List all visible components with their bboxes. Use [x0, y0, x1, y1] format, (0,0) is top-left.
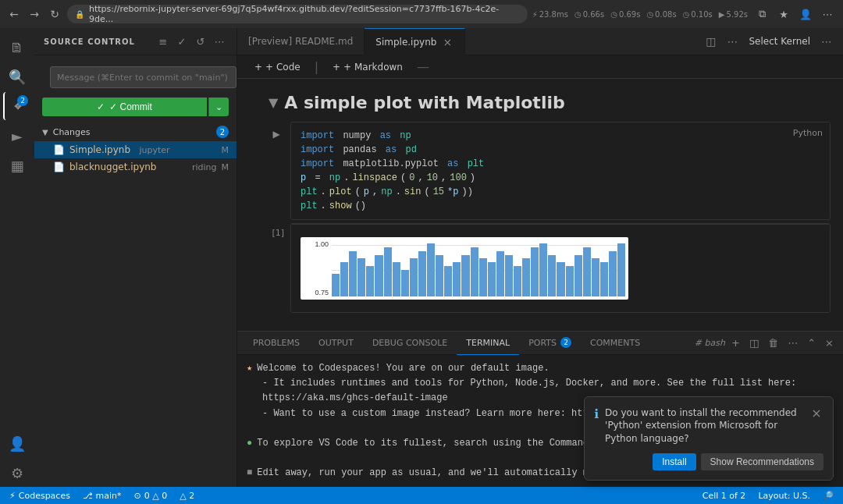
more-options-icon[interactable]: ⋯	[212, 34, 227, 49]
notif-actions: Install Show Recommendations	[594, 453, 823, 470]
extensions-icon[interactable]: ⧉	[752, 5, 771, 23]
status-bar: ⚡ Codespaces ⎇ main* ⊙ 0 △ 0 △ 2 Cell 1 …	[0, 487, 843, 504]
file-icon: 📄	[53, 144, 65, 155]
commit-btn-row: ✓ ✓ Commit ⌄	[42, 98, 229, 116]
commit-message-input[interactable]	[50, 66, 237, 88]
sync-label: 0 △ 0	[144, 491, 167, 501]
kernel-more-icon[interactable]: ⋯	[818, 34, 835, 49]
checkmark-icon[interactable]: ✓	[174, 34, 190, 49]
run-debug-icon[interactable]: ►	[3, 122, 31, 150]
more-icon[interactable]: ⋯	[818, 5, 837, 23]
tab-close-icon[interactable]: ×	[441, 36, 454, 48]
codespaces-status[interactable]: ⚡ Codespaces	[6, 491, 73, 501]
chart-bar-22	[522, 258, 530, 296]
chart-bar-16	[471, 247, 478, 296]
tab-terminal-label: TERMINAL	[466, 338, 510, 348]
chart-bar-26	[557, 262, 564, 296]
extensions-icon-activity[interactable]: ▦	[3, 151, 31, 179]
profile-icon[interactable]: 👤	[796, 5, 815, 23]
trash-icon[interactable]: 🗑	[765, 335, 781, 350]
activity-bar: 🗎 🔍 ⌖ 2 ► ▦ 👤 ⚙	[0, 28, 34, 487]
chart-bar-13	[444, 266, 452, 296]
change-item-blacknugget[interactable]: 📄 blacknugget.ipynb riding M	[34, 158, 237, 176]
maximize-panel-icon[interactable]: ⌃	[804, 335, 819, 350]
output-body: 1.00 0.75	[290, 223, 831, 313]
layout-status[interactable]: Layout: U.S.	[755, 491, 813, 501]
star-icon-1: ★	[247, 361, 252, 376]
bookmark-icon[interactable]: ★	[774, 5, 793, 23]
branch-status[interactable]: ⎇ main*	[80, 491, 125, 501]
cell-code[interactable]: import numpy as np import pandas as pd	[291, 122, 830, 219]
run-cell-btn[interactable]: ▶	[269, 126, 284, 142]
changes-status[interactable]: △ 2	[176, 491, 197, 501]
search-icon[interactable]: 🔍	[3, 62, 31, 91]
chart-bar-31	[600, 262, 608, 296]
close-panel-icon[interactable]: ×	[822, 335, 837, 350]
reload-btn[interactable]: ↻	[47, 6, 62, 22]
new-terminal-icon[interactable]: +	[728, 335, 743, 350]
chart-container: 1.00 0.75	[301, 237, 628, 300]
tab-output[interactable]: OUTPUT	[309, 332, 363, 355]
tab-simple-ipynb[interactable]: Simple.ipynb ×	[365, 28, 465, 55]
tab-problems[interactable]: PROBLEMS	[244, 332, 309, 355]
codespaces-label: Codespaces	[19, 491, 70, 501]
chart-bar-1	[340, 262, 348, 296]
settings-icon[interactable]: ⚙	[3, 459, 31, 487]
y-label-high: 1.00	[315, 240, 329, 248]
chart-bars-area	[332, 240, 625, 296]
commit-button[interactable]: ✓ ✓ Commit	[42, 98, 207, 116]
sync-status[interactable]: ⊙ 0 △ 0	[131, 491, 171, 501]
open-changes-icon[interactable]: ↺	[190, 144, 202, 156]
add-code-btn[interactable]: + + Code	[250, 59, 305, 75]
change-item-simple[interactable]: 📄 Simple.ipynb jupyter ↩ ↺ + M	[34, 141, 237, 158]
changes-header[interactable]: ▼ Changes 2	[34, 122, 237, 141]
panel-more-icon[interactable]: ⋯	[784, 335, 801, 350]
tab-debug-console[interactable]: DEBUG CONSOLE	[363, 332, 457, 355]
tab-ports[interactable]: PORTS 2	[519, 332, 581, 355]
address-bar[interactable]: 🔒 https://rebornix-jupyter-server-69gj7q…	[67, 5, 528, 23]
change-status-simple: M	[222, 145, 229, 155]
commit-dropdown-button[interactable]: ⌄	[208, 98, 229, 116]
notification-popup: ℹ Do you want to install the recommended…	[584, 396, 834, 481]
metric-5: ◷ 0.10s	[683, 10, 713, 19]
chart-bar-24	[539, 243, 547, 296]
select-kernel-btn[interactable]: Select Kernel	[745, 34, 813, 48]
show-recommendations-button[interactable]: Show Recommendations	[701, 453, 823, 470]
tab-comments[interactable]: COMMENTS	[581, 332, 649, 355]
cell-status[interactable]: Cell 1 of 2	[699, 491, 749, 501]
tab-problems-label: PROBLEMS	[253, 338, 300, 348]
explorer-icon[interactable]: 🗎	[3, 33, 31, 61]
chart-bar-30	[592, 258, 599, 296]
split-editor-icon[interactable]: ◫	[702, 34, 719, 49]
undo-icon[interactable]: ↺	[193, 34, 208, 49]
chart-bar-29	[583, 247, 591, 296]
more-actions-icon[interactable]: ⋯	[724, 34, 741, 49]
add-markdown-btn[interactable]: + + Markdown	[328, 59, 407, 75]
split-terminal-icon[interactable]: ◫	[746, 335, 762, 350]
forward-btn[interactable]: →	[27, 6, 42, 22]
cell-number: [1]	[272, 228, 284, 238]
circle-icon: ●	[247, 436, 252, 451]
title-collapse-icon[interactable]: ▼	[269, 95, 278, 110]
revert-icon[interactable]: ↩	[175, 144, 187, 156]
add-markdown-plus-icon: +	[333, 62, 340, 73]
refresh-icon[interactable]: ≡	[155, 34, 171, 49]
install-button[interactable]: Install	[653, 453, 695, 470]
panel-tabs: PROBLEMS OUTPUT DEBUG CONSOLE TERMINAL P…	[237, 332, 843, 355]
tab-preview-readme[interactable]: [Preview] README.md	[237, 28, 365, 55]
zoom-icon[interactable]: 🔎	[820, 491, 837, 501]
notebook-toolbar: + + Code | + + Markdown —	[237, 55, 843, 79]
toolbar-separator-2: —	[417, 59, 429, 74]
stage-icon[interactable]: +	[205, 144, 217, 156]
back-btn[interactable]: ←	[6, 6, 22, 22]
source-control-icon[interactable]: ⌖ 2	[3, 92, 31, 120]
chart-bar-19	[496, 251, 504, 296]
chart-bar-0	[332, 274, 340, 296]
avatar-icon[interactable]: 👤	[3, 429, 31, 457]
notif-text: Do you want to install the recommended '…	[605, 406, 803, 445]
layout-label: Layout: U.S.	[758, 491, 810, 501]
chart-bar-12	[436, 255, 443, 296]
code-line-6: plt . show ()	[301, 199, 820, 213]
tab-terminal[interactable]: TERMINAL	[457, 332, 519, 355]
notif-close-btn[interactable]: ×	[809, 406, 823, 421]
